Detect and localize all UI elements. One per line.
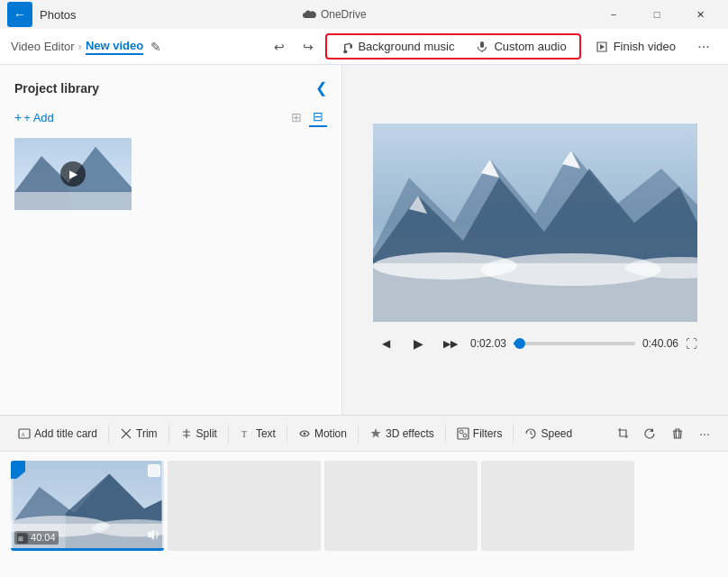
motion-button[interactable]: Motion: [291, 424, 354, 444]
background-music-button[interactable]: Background music: [329, 35, 465, 58]
svg-point-20: [460, 430, 463, 434]
finish-video-button[interactable]: Finish video: [585, 35, 687, 58]
svg-point-18: [303, 432, 305, 435]
grid-view-button[interactable]: ⊞: [287, 107, 305, 127]
collapse-panel-button[interactable]: ❮: [315, 79, 327, 96]
plus-icon: +: [14, 110, 22, 124]
clip-duration: ⊞ 40.04: [14, 531, 59, 545]
toolbar-actions: Background music Custom audio Finish vid…: [325, 33, 717, 60]
effects-icon: [369, 427, 382, 440]
filters-icon: [457, 427, 469, 440]
separator: [108, 425, 109, 443]
timeline-more-button[interactable]: ···: [692, 421, 717, 446]
speaker-icon: [146, 527, 160, 542]
speed-button[interactable]: Speed: [517, 424, 579, 444]
media-thumbnail[interactable]: ▶: [14, 138, 132, 210]
project-library-panel: Project library ❮ + + Add ⊞ ⊟: [0, 65, 342, 415]
video-preview: [373, 124, 697, 322]
crop-icon: [617, 427, 630, 440]
undo-button[interactable]: ↩: [266, 33, 293, 60]
breadcrumb-parent: Video Editor: [11, 40, 75, 53]
delete-button[interactable]: [665, 421, 690, 446]
library-toolbar: + + Add ⊞ ⊟: [14, 107, 327, 127]
separator: [287, 425, 287, 443]
title-bar: ← Photos OneDrive − □ ✕: [0, 0, 728, 29]
breadcrumb: Video Editor › New video ✎: [11, 39, 161, 55]
custom-audio-button[interactable]: Custom audio: [465, 35, 577, 58]
add-title-icon: A: [18, 427, 31, 440]
list-view-button[interactable]: ⊟: [309, 107, 327, 127]
svg-rect-4: [14, 192, 132, 210]
progress-thumb[interactable]: [514, 338, 525, 349]
svg-text:⊞: ⊞: [18, 536, 23, 542]
current-time: 0:02.03: [470, 337, 506, 350]
progress-bar[interactable]: [514, 342, 635, 345]
clip-3[interactable]: [324, 461, 478, 551]
delete-icon: [671, 427, 684, 440]
text-icon: T: [240, 427, 252, 440]
breadcrumb-current: New video: [86, 39, 143, 55]
total-time: 0:40.06: [642, 337, 678, 350]
add-title-card-button[interactable]: A Add title card: [11, 424, 105, 444]
main-area: Project library ❮ + + Add ⊞ ⊟: [0, 65, 728, 415]
rotate-button[interactable]: [638, 421, 663, 446]
minimize-button[interactable]: −: [593, 0, 634, 29]
timeline-clips: ⊞ 40.04: [0, 452, 728, 560]
view-toggle: ⊞ ⊟: [287, 107, 327, 127]
play-pause-button[interactable]: ▶: [405, 331, 431, 356]
svg-text:T: T: [241, 429, 247, 439]
timeline-toolbar: A Add title card Trim Split T Text Motio…: [0, 416, 728, 452]
preview-panel: ◀ ▶ ▶▶ 0:02.03 0:40.06 ⛶: [342, 65, 728, 415]
previous-frame-button[interactable]: ◀: [373, 331, 398, 356]
panel-title: Project library: [14, 81, 99, 96]
3d-effects-button[interactable]: 3D effects: [362, 424, 441, 444]
crop-button[interactable]: [611, 421, 636, 446]
window-controls: − □ ✕: [593, 0, 721, 29]
main-toolbar: Video Editor › New video ✎ ↩ ↪ Backgroun…: [0, 29, 728, 65]
separator: [513, 425, 514, 443]
app-title: Photos: [40, 8, 76, 22]
clip-1[interactable]: ⊞ 40.04: [11, 461, 164, 551]
clip-checkbox[interactable]: [148, 464, 160, 477]
close-button[interactable]: ✕: [679, 0, 721, 29]
playback-controls: ◀ ▶ ▶▶ 0:02.03 0:40.06 ⛶: [373, 331, 697, 356]
duration-icon: ⊞: [17, 533, 28, 544]
audio-icon: [146, 527, 160, 545]
clip-4[interactable]: [481, 461, 634, 551]
separator: [445, 425, 446, 443]
trim-icon: [120, 427, 132, 440]
timeline-area: A Add title card Trim Split T Text Motio…: [0, 415, 728, 577]
fullscreen-button[interactable]: ⛶: [686, 337, 697, 351]
preview-scene: [373, 124, 697, 322]
back-button[interactable]: ←: [7, 2, 32, 27]
trim-button[interactable]: Trim: [113, 424, 165, 444]
text-button[interactable]: T Text: [232, 424, 283, 444]
microphone-icon: [476, 41, 488, 53]
edit-title-icon[interactable]: ✎: [150, 40, 161, 54]
split-button[interactable]: Split: [173, 424, 224, 444]
svg-rect-0: [480, 41, 484, 48]
separator: [358, 425, 359, 443]
add-media-button[interactable]: + + Add: [14, 110, 54, 124]
redo-button[interactable]: ↪: [295, 33, 322, 60]
filters-button[interactable]: Filters: [450, 424, 510, 444]
maximize-button[interactable]: □: [636, 0, 678, 29]
music-icon: [340, 41, 352, 53]
motion-icon: [298, 427, 311, 440]
split-icon: [180, 427, 193, 440]
clip-2[interactable]: [168, 461, 321, 551]
finish-icon: [596, 41, 608, 53]
speed-icon: [524, 427, 537, 440]
separator: [168, 425, 169, 443]
onedrive-label: OneDrive: [303, 8, 367, 21]
svg-text:A: A: [22, 432, 25, 437]
svg-rect-19: [458, 428, 469, 439]
next-frame-button[interactable]: ▶▶: [438, 331, 463, 356]
svg-point-21: [463, 434, 467, 437]
rotate-icon: [644, 427, 657, 440]
play-overlay[interactable]: ▶: [60, 161, 86, 187]
panel-header: Project library ❮: [14, 79, 327, 96]
media-grid: ▶: [14, 138, 327, 210]
more-options-button[interactable]: ···: [690, 33, 717, 60]
timeline-right-actions: ···: [611, 421, 717, 446]
